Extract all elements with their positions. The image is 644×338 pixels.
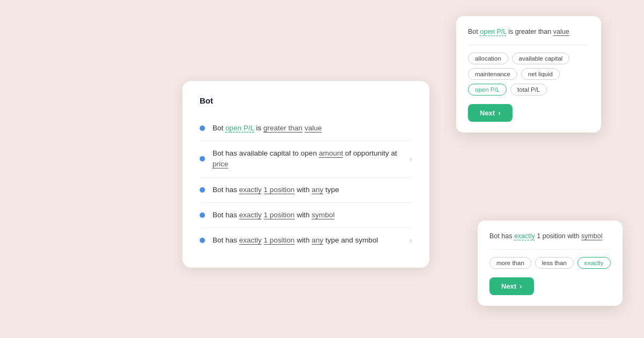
card-title: Bot — [200, 96, 412, 105]
condition-text-part: with — [295, 186, 312, 194]
condition-text-part: Bot — [213, 124, 225, 132]
popup-top-sentence: Bot open P/L is greater than value — [468, 27, 589, 37]
condition-dot — [200, 187, 205, 193]
condition-text: Bot has available capital to open amount… — [213, 148, 405, 170]
row-1[interactable]: Bot open P/L is greater than value — [200, 116, 412, 141]
condition-text-part: Bot has available capital to open — [213, 149, 319, 157]
condition-text-part: with — [295, 211, 312, 219]
chevron-icon: › — [409, 155, 412, 163]
popup-bottom-card: Bot has exactly 1 position with symbol m… — [478, 221, 623, 306]
condition-text-part: type and symbol — [323, 236, 378, 244]
condition-text-part: price — [213, 160, 228, 168]
row-4[interactable]: Bot has exactly 1 position with symbol — [200, 203, 412, 228]
condition-text: Bot has exactly 1 position with any type — [213, 185, 412, 195]
popup-tag-allocation[interactable]: allocation — [468, 53, 508, 64]
condition-text-part: open P/L — [225, 124, 254, 132]
popup-top-next-label: Next — [480, 109, 495, 117]
main-card: Bot Bot open P/L is greater than valueBo… — [182, 81, 429, 268]
condition-text-part: Bot has — [213, 186, 239, 194]
popup-sentence-part: symbol — [581, 232, 603, 240]
condition-text-part: 1 position — [264, 211, 295, 219]
condition-text-part: Bot has — [213, 211, 239, 219]
condition-text-part: with — [295, 236, 312, 244]
popup-bottom-divider — [489, 249, 611, 249]
popup-tag-more-than[interactable]: more than — [489, 257, 531, 269]
condition-text-part: 1 position — [264, 186, 295, 194]
condition-text-part: any — [312, 236, 324, 244]
popup-sentence-part: open P/L — [480, 28, 507, 35]
conditions-list: Bot open P/L is greater than valueBot ha… — [200, 116, 412, 253]
popup-top-next-arrow: › — [498, 109, 500, 117]
condition-text: Bot has exactly 1 position with any type… — [213, 235, 405, 246]
popup-tag-total-P/L[interactable]: total P/L — [510, 84, 547, 95]
row-3[interactable]: Bot has exactly 1 position with any type — [200, 178, 412, 203]
row-5[interactable]: Bot has exactly 1 position with any type… — [200, 228, 412, 253]
condition-text-part: Bot has — [213, 236, 239, 244]
condition-text-part: greater than — [264, 124, 303, 132]
condition-text-part: 1 position — [264, 236, 295, 244]
condition-text-part: type — [323, 186, 339, 194]
condition-text-part: is — [254, 124, 264, 132]
popup-bottom-tags: more thanless thanexactly — [489, 257, 611, 269]
popup-top-tags: allocationavailable capitalmaintenancene… — [468, 53, 589, 95]
popup-sentence-part: Bot — [468, 28, 480, 35]
condition-dot — [200, 156, 205, 161]
popup-tag-available-capital[interactable]: available capital — [512, 53, 570, 64]
condition-text-part: exactly — [239, 211, 262, 219]
condition-text: Bot has exactly 1 position with symbol — [213, 210, 412, 221]
popup-tag-net-liquid[interactable]: net liquid — [521, 68, 560, 80]
popup-tag-open-P/L[interactable]: open P/L — [468, 84, 507, 95]
row-2[interactable]: Bot has available capital to open amount… — [200, 141, 412, 178]
condition-text-part: value — [304, 124, 321, 132]
popup-bottom-next-arrow: › — [519, 282, 522, 290]
popup-sentence-part: exactly — [514, 232, 535, 240]
popup-tag-exactly[interactable]: exactly — [577, 257, 611, 269]
condition-text-part: exactly — [239, 236, 262, 244]
popup-bottom-next-label: Next — [501, 282, 516, 290]
popup-top-divider — [468, 45, 589, 45]
chevron-icon: › — [409, 236, 412, 245]
condition-dot — [200, 212, 205, 218]
popup-bottom-next-button[interactable]: Next › — [489, 277, 534, 295]
popup-sentence-part: is greater than — [507, 28, 553, 35]
popup-top-card: Bot open P/L is greater than value alloc… — [456, 16, 601, 133]
condition-text: Bot open P/L is greater than value — [213, 123, 412, 134]
popup-sentence-part: value — [553, 28, 569, 35]
condition-text-part: amount — [319, 149, 343, 157]
popup-tag-less-than[interactable]: less than — [535, 257, 574, 269]
condition-text-part: of opportunity at — [343, 149, 397, 157]
popup-sentence-part: 1 position with — [535, 232, 581, 240]
condition-text-part: symbol — [312, 211, 335, 219]
popup-tag-maintenance[interactable]: maintenance — [468, 68, 517, 80]
popup-sentence-part: Bot has — [489, 232, 514, 240]
condition-text-part: exactly — [239, 186, 262, 194]
popup-top-next-button[interactable]: Next › — [468, 104, 513, 122]
condition-dot — [200, 238, 205, 243]
condition-text-part: any — [312, 186, 324, 194]
condition-dot — [200, 126, 205, 131]
popup-bottom-sentence: Bot has exactly 1 position with symbol — [489, 231, 611, 241]
